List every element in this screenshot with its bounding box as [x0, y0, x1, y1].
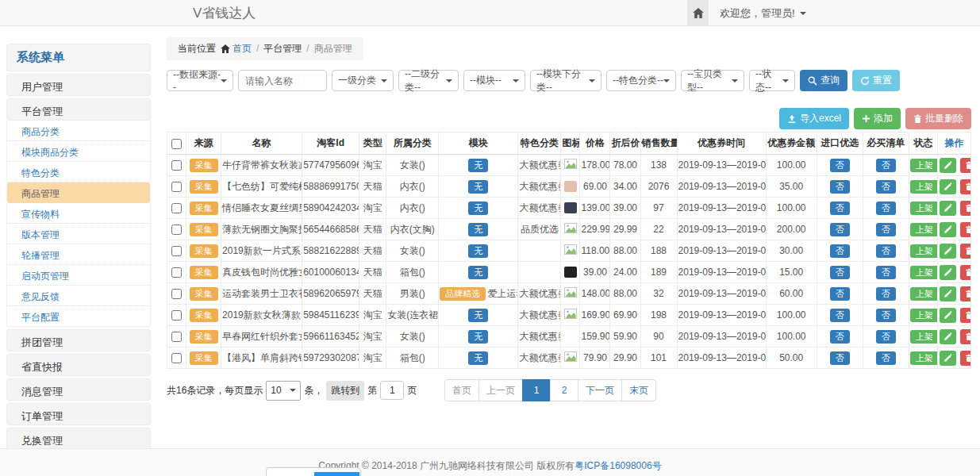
row-checkbox[interactable]: [171, 182, 182, 192]
edit-button[interactable]: [940, 244, 956, 259]
filter-select-3[interactable]: --模块--: [463, 70, 525, 91]
row-checkbox[interactable]: [171, 353, 182, 363]
edit-button[interactable]: [940, 158, 956, 173]
name-search-input[interactable]: [238, 70, 327, 91]
must-buy-toggle[interactable]: 否: [876, 202, 896, 215]
status-badge[interactable]: 上架: [910, 202, 938, 215]
select-all-checkbox[interactable]: [171, 139, 182, 149]
pager-button-1[interactable]: 上一页: [478, 379, 523, 401]
sidebar-item-3[interactable]: 模块商品分类: [6, 141, 151, 162]
status-badge[interactable]: 上架: [910, 244, 938, 258]
edit-button[interactable]: [940, 329, 956, 344]
must-buy-toggle[interactable]: 否: [876, 309, 896, 322]
icp-link[interactable]: 粤ICP备16098006号: [575, 460, 661, 471]
sidebar-item-7[interactable]: 版本管理: [6, 224, 151, 244]
filter-select-7[interactable]: --状态--: [749, 70, 795, 91]
pager-button-0[interactable]: 首页: [444, 379, 479, 401]
delete-button[interactable]: [960, 201, 970, 216]
pager-button-3[interactable]: 2: [550, 379, 578, 401]
row-checkbox[interactable]: [171, 310, 182, 321]
edit-button[interactable]: [940, 222, 956, 237]
edit-button[interactable]: [940, 201, 956, 216]
sidebar-item-9[interactable]: 启动页管理: [6, 265, 151, 286]
row-checkbox[interactable]: [171, 160, 182, 171]
sidebar-item-4[interactable]: 特色分类: [6, 162, 151, 182]
status-badge[interactable]: 上架: [910, 223, 938, 236]
delete-button[interactable]: [960, 329, 970, 344]
sidebar-item-6[interactable]: 宣传物料: [6, 203, 151, 224]
edit-button[interactable]: [940, 351, 956, 366]
delete-button[interactable]: [960, 286, 970, 301]
home-button[interactable]: [687, 0, 709, 26]
delete-button[interactable]: [960, 179, 970, 194]
delete-button[interactable]: [960, 244, 970, 259]
delete-button[interactable]: [960, 351, 970, 366]
import-excel-button[interactable]: 导入excel: [779, 108, 849, 129]
row-checkbox[interactable]: [171, 246, 182, 256]
page-number-input[interactable]: [380, 381, 404, 400]
filter-select-6[interactable]: --宝贝类型--: [681, 70, 744, 91]
must-buy-toggle[interactable]: 否: [876, 159, 896, 172]
pager-button-4[interactable]: 下一页: [578, 379, 622, 401]
edit-button[interactable]: [940, 308, 956, 323]
edit-button[interactable]: [940, 286, 956, 301]
sidebar-item-10[interactable]: 意见反馈: [6, 286, 151, 306]
filter-select-5[interactable]: --特色分类--: [606, 70, 676, 91]
import-select-toggle[interactable]: 否: [830, 330, 850, 344]
import-select-toggle[interactable]: 否: [830, 244, 850, 258]
row-checkbox[interactable]: [171, 203, 182, 213]
status-badge[interactable]: 上架: [910, 330, 938, 344]
sidebar-item-1[interactable]: 平台管理: [6, 98, 151, 121]
row-checkbox[interactable]: [171, 225, 182, 235]
must-buy-toggle[interactable]: 否: [876, 244, 896, 258]
delete-button[interactable]: [960, 265, 970, 280]
add-button[interactable]: 添加: [854, 108, 901, 129]
must-buy-toggle[interactable]: 否: [876, 351, 896, 365]
must-buy-toggle[interactable]: 否: [876, 266, 896, 279]
row-checkbox[interactable]: [171, 267, 182, 278]
must-buy-toggle[interactable]: 否: [876, 180, 896, 194]
must-buy-toggle[interactable]: 否: [876, 223, 896, 236]
filter-select-1[interactable]: 一级分类: [332, 70, 394, 91]
row-checkbox[interactable]: [171, 332, 182, 342]
sidebar-item-13[interactable]: 省直快报: [6, 354, 151, 376]
filter-select-0[interactable]: --数据来源--: [167, 70, 233, 91]
sidebar-item-2[interactable]: 商品分类: [6, 121, 151, 141]
status-badge[interactable]: 上架: [910, 266, 938, 279]
sidebar-item-14[interactable]: 消息管理: [6, 378, 151, 401]
status-badge[interactable]: 上架: [910, 180, 938, 194]
status-badge[interactable]: 上架: [910, 309, 938, 322]
delete-button[interactable]: [960, 222, 970, 237]
sidebar-item-0[interactable]: 用户管理: [6, 74, 151, 96]
sidebar-item-8[interactable]: 轮播管理: [6, 244, 151, 265]
jump-button[interactable]: 跳转到: [326, 381, 364, 401]
reset-button[interactable]: 重置: [852, 70, 900, 91]
delete-button[interactable]: [960, 308, 970, 323]
import-select-toggle[interactable]: 否: [830, 266, 850, 279]
edit-button[interactable]: [940, 179, 956, 194]
breadcrumb-home-link[interactable]: 首页: [233, 43, 252, 54]
must-buy-toggle[interactable]: 否: [876, 287, 896, 301]
sidebar-item-11[interactable]: 平台配置: [6, 306, 151, 327]
status-badge[interactable]: 上架: [910, 159, 938, 172]
import-select-toggle[interactable]: 否: [830, 351, 850, 365]
import-select-toggle[interactable]: 否: [830, 202, 850, 215]
search-button[interactable]: 查询: [800, 70, 847, 91]
page-size-select[interactable]: 10: [266, 381, 301, 401]
row-checkbox[interactable]: [171, 289, 182, 299]
filter-select-4[interactable]: --模块下分类--: [530, 70, 601, 91]
pager-button-5[interactable]: 末页: [621, 379, 656, 401]
import-select-toggle[interactable]: 否: [830, 223, 850, 236]
must-buy-toggle[interactable]: 否: [876, 330, 896, 344]
import-select-toggle[interactable]: 否: [830, 309, 850, 322]
sidebar-item-15[interactable]: 订单管理: [6, 403, 151, 425]
pager-button-2[interactable]: 1: [522, 379, 551, 401]
import-select-toggle[interactable]: 否: [830, 287, 850, 301]
filter-select-2[interactable]: --二级分类--: [398, 70, 459, 91]
batch-delete-button[interactable]: 批量删除: [905, 108, 971, 129]
user-menu[interactable]: 欢迎您，管理员!: [709, 0, 817, 26]
sidebar-item-12[interactable]: 拼团管理: [6, 329, 151, 351]
status-badge[interactable]: 上架: [910, 287, 938, 301]
edit-button[interactable]: [940, 265, 956, 280]
sidebar-item-5[interactable]: 商品管理: [6, 182, 151, 203]
